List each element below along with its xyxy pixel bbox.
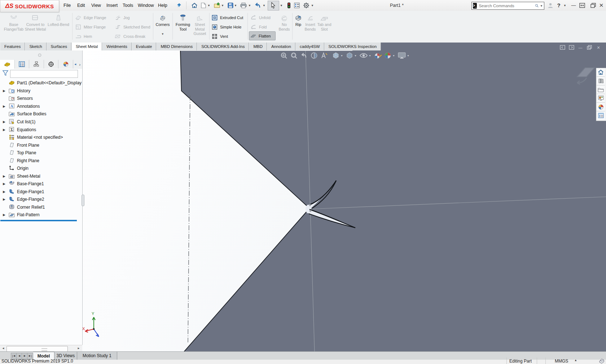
expand-arrow-icon[interactable]: ▶ [3, 120, 6, 124]
rip-button[interactable]: Rip [293, 12, 304, 41]
doc-restore-icon[interactable] [586, 45, 593, 50]
lofted-bend-button[interactable]: Lofted-Bend [46, 12, 71, 41]
tags-icon[interactable] [599, 358, 605, 364]
tree-item-edge-flange2[interactable]: ▶ Edge-Flange2 [0, 195, 82, 203]
help-button[interactable]: ? [556, 0, 562, 11]
minimize-button[interactable]: — [570, 0, 577, 11]
select-cursor-button[interactable] [268, 1, 279, 10]
tab-annotation[interactable]: Annotation [267, 43, 295, 50]
corners-caret-icon[interactable]: ▼ [154, 32, 171, 37]
custom-properties-icon[interactable] [597, 111, 605, 120]
doc-minimize-icon[interactable]: — [577, 45, 584, 50]
tree-item-edge-flange1[interactable]: ▶ Edge-Flange1 [0, 188, 82, 195]
panel-tab-scroll-left-icon[interactable]: ◄ [73, 60, 78, 69]
expand-arrow-icon[interactable]: ▶ [3, 105, 6, 108]
fold-button[interactable]: Fold [250, 23, 276, 31]
display-style-caret-icon[interactable]: ▼ [354, 54, 357, 57]
tab-and-slot-button[interactable]: Tab and Slot [317, 12, 332, 41]
apply-scene-caret-icon[interactable]: ▼ [392, 54, 395, 57]
display-style-icon[interactable] [346, 52, 354, 59]
scroll-right-arrow-icon[interactable]: ► [76, 346, 81, 351]
view-palette-icon[interactable] [597, 94, 605, 103]
flatten-button[interactable]: Flatten [249, 31, 276, 40]
tree-item-origin[interactable]: Origin [0, 164, 82, 172]
open-icon[interactable] [213, 1, 221, 9]
tab-caddy4sw[interactable]: caddy4SW [295, 43, 324, 50]
tab-sheet-metal[interactable]: Sheet Metal [71, 43, 102, 50]
new-document-icon[interactable] [199, 1, 207, 9]
close-button[interactable]: ✕ [598, 0, 605, 11]
restore-width-button[interactable] [578, 1, 586, 9]
vent-button[interactable]: Vent [211, 32, 247, 40]
tree-item-right-plane[interactable]: Right Plane [0, 157, 82, 164]
forming-tool-button[interactable]: Forming Tool [174, 12, 192, 41]
extruded-cut-button[interactable]: Extruded Cut [211, 14, 247, 22]
insert-bends-button[interactable]: Insert Bends [304, 12, 317, 41]
tree-item-history[interactable]: ▶ History [0, 87, 82, 94]
expand-arrow-icon[interactable]: ▶ [3, 128, 6, 132]
user-account-icon[interactable] [546, 1, 554, 9]
search-icon[interactable] [535, 3, 539, 9]
design-library-icon[interactable] [597, 77, 605, 85]
undo-caret-icon[interactable]: ▼ [263, 4, 266, 7]
expand-arrow-icon[interactable]: ▶ [3, 213, 6, 217]
tab-sketch[interactable]: Sketch [25, 43, 46, 50]
graphics-viewport[interactable]: — ✕ ▼ ▼ ▼ [82, 43, 606, 351]
jog-button[interactable]: Jog [114, 14, 152, 22]
expand-arrow-icon[interactable]: ▶ [3, 89, 6, 93]
miter-flange-button[interactable]: Miter Flange [74, 23, 114, 31]
home-icon[interactable] [597, 68, 605, 77]
tree-item-top-plane[interactable]: Top Plane [0, 149, 82, 156]
expand-arrow-icon[interactable]: ▶ [3, 182, 6, 186]
print-caret-icon[interactable]: ▼ [248, 4, 251, 7]
hide-show-items-icon[interactable] [359, 52, 368, 59]
zoom-area-icon[interactable] [290, 52, 299, 59]
annotation-view-icon[interactable] [320, 52, 329, 59]
scrollbar-thumb[interactable] [6, 346, 68, 352]
tree-item-surface-bodies[interactable]: Surface Bodies [0, 110, 82, 117]
search-caret-icon[interactable]: ▼ [539, 4, 544, 8]
filter-funnel-icon[interactable] [2, 70, 9, 76]
menu-insert[interactable]: Insert [105, 0, 119, 11]
search-input[interactable] [478, 3, 535, 8]
print-icon[interactable] [240, 1, 247, 9]
view-settings-caret-icon[interactable]: ▼ [407, 54, 409, 57]
featuremanager-tree-icon[interactable] [0, 60, 15, 69]
tree-item-sensors[interactable]: Sensors [0, 94, 82, 102]
file-explorer-icon[interactable] [597, 85, 605, 94]
pin-icon[interactable] [175, 1, 183, 9]
menu-window[interactable]: Window [136, 0, 155, 11]
motion-study-tab[interactable]: Motion Study 1 [77, 352, 117, 360]
search-commands-box[interactable]: >_ ▼ [471, 2, 544, 10]
options-gear-icon[interactable] [302, 1, 310, 9]
tab-solidworks-add-ins[interactable]: SOLIDWORKS Add-Ins [197, 43, 249, 50]
units-caret-icon[interactable]: ▲ [574, 359, 577, 362]
panel-handle-icon[interactable] [38, 53, 42, 57]
tree-item-sheet-metal[interactable]: ▶ Sheet-Metal [0, 172, 82, 180]
tree-item-flat-pattern[interactable]: ▶ Flat-Pattern [0, 211, 82, 218]
expand-arrow-icon[interactable]: ▶ [3, 190, 6, 194]
configuration-manager-icon[interactable] [29, 60, 44, 68]
tab-surfaces[interactable]: Surfaces [47, 43, 71, 50]
model-3d-flat-pattern[interactable] [82, 43, 606, 351]
tree-item-equations[interactable]: ▶ Σ Equations [0, 126, 82, 133]
new-document-caret-icon[interactable]: ▼ [207, 4, 211, 7]
edge-flange-button[interactable]: Edge Flange [74, 14, 114, 22]
expand-arrow-icon[interactable]: ▶ [3, 197, 6, 201]
menu-edit[interactable]: Edit [76, 0, 87, 11]
units-selector[interactable]: MMGS [555, 359, 568, 364]
tree-item-cut-list[interactable]: ▶ Cut list(1) [0, 118, 82, 125]
sketched-bend-button[interactable]: Sketched Bend [114, 23, 152, 31]
dimxpert-manager-icon[interactable] [44, 60, 59, 68]
edit-appearance-icon[interactable] [374, 52, 382, 59]
tab-evaluate[interactable]: Evaluate [132, 43, 157, 50]
convert-to-sheet-metal-button[interactable]: Convert to Sheet Metal [25, 12, 46, 41]
scroll-left-arrow-icon[interactable]: ◄ [1, 346, 6, 351]
tree-horizontal-scrollbar[interactable]: ◄ ► [0, 345, 82, 352]
panel-splitter-handle[interactable] [82, 195, 84, 206]
sheet-metal-gusset-button[interactable]: Sheet Metal Gusset [192, 12, 208, 41]
tree-item-front-plane[interactable]: Front Plane [0, 141, 82, 149]
properties-icon[interactable] [293, 1, 301, 9]
view-settings-icon[interactable] [398, 52, 406, 59]
view-orientation-caret-icon[interactable]: ▼ [341, 54, 343, 57]
